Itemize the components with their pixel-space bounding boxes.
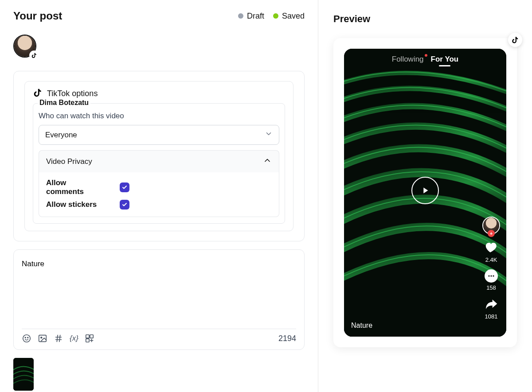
- phone-preview: Following For You + 2.4K: [344, 49, 506, 337]
- options-section-label: TikTok options: [47, 89, 98, 98]
- svg-point-15: [488, 275, 489, 276]
- plus-icon: +: [488, 230, 495, 237]
- draft-dot-icon: [238, 13, 243, 19]
- video-privacy-body: Allow comments Allow stickers: [39, 172, 279, 217]
- watch-select[interactable]: Everyone: [39, 125, 279, 145]
- status-group: Draft Saved: [238, 12, 305, 21]
- svg-line-7: [57, 335, 58, 342]
- svg-rect-12: [13, 358, 34, 391]
- allow-stickers-label: Allow stickers: [46, 200, 104, 209]
- video-privacy-label: Video Privacy: [46, 157, 92, 166]
- variable-icon[interactable]: {x}: [70, 334, 78, 343]
- svg-point-1: [25, 337, 26, 338]
- tiktok-icon: [508, 33, 522, 47]
- chevron-down-icon: [265, 130, 273, 140]
- svg-point-4: [41, 337, 42, 338]
- video-privacy-toggle[interactable]: Video Privacy: [39, 150, 279, 172]
- status-saved: Saved: [273, 12, 305, 21]
- template-icon[interactable]: [85, 334, 94, 343]
- watch-select-value: Everyone: [45, 131, 77, 140]
- share-count: 1081: [485, 313, 498, 320]
- svg-rect-11: [86, 339, 89, 342]
- preview-caption: Nature: [351, 322, 372, 330]
- preview-title: Preview: [333, 13, 517, 25]
- saved-label: Saved: [282, 12, 305, 21]
- comment-count: 158: [486, 284, 496, 291]
- svg-point-0: [23, 335, 31, 342]
- tiktok-icon: [33, 88, 43, 100]
- play-button[interactable]: [411, 177, 439, 204]
- saved-dot-icon: [273, 13, 278, 19]
- char-count: 2194: [278, 334, 296, 343]
- svg-point-2: [27, 337, 28, 338]
- watch-label: Who can watch this video: [39, 112, 279, 120]
- tab-for-you[interactable]: For You: [431, 55, 459, 64]
- hashtag-icon[interactable]: [54, 334, 63, 343]
- draft-label: Draft: [247, 12, 264, 21]
- caption-input[interactable]: [22, 257, 296, 323]
- comment-icon: [485, 269, 498, 283]
- profile-avatar-button[interactable]: +: [482, 217, 500, 234]
- chevron-up-icon: [263, 156, 272, 167]
- svg-line-8: [59, 335, 60, 342]
- svg-rect-9: [86, 335, 89, 338]
- account-avatar[interactable]: [13, 35, 36, 58]
- like-button[interactable]: 2.4K: [484, 241, 498, 263]
- like-count: 2.4K: [485, 256, 497, 263]
- allow-comments-label: Allow comments: [46, 179, 104, 196]
- tiktok-icon: [29, 50, 39, 60]
- svg-point-17: [493, 275, 494, 276]
- allow-comments-checkbox[interactable]: [120, 182, 129, 192]
- svg-point-16: [490, 275, 492, 276]
- share-button[interactable]: 1081: [484, 297, 498, 320]
- preview-card: Following For You + 2.4K: [333, 38, 517, 347]
- image-icon[interactable]: [38, 334, 47, 343]
- status-draft: Draft: [238, 12, 264, 21]
- tiktok-options-card: TikTok options Dima Botezatu Who can wat…: [13, 71, 305, 241]
- emoji-icon[interactable]: [22, 334, 31, 343]
- svg-rect-10: [90, 335, 93, 338]
- comment-button[interactable]: 158: [485, 269, 498, 291]
- allow-stickers-checkbox[interactable]: [120, 200, 129, 210]
- account-fieldset: Dima Botezatu Who can watch this video E…: [33, 103, 285, 224]
- page-title: Your post: [13, 10, 62, 22]
- svg-rect-3: [39, 335, 47, 342]
- composer-card: {x} 2194: [13, 249, 305, 350]
- notification-dot-icon: [425, 54, 427, 57]
- tab-following[interactable]: Following: [392, 55, 424, 64]
- account-name: Dima Botezatu: [38, 99, 90, 107]
- media-thumbnail[interactable]: [13, 358, 34, 391]
